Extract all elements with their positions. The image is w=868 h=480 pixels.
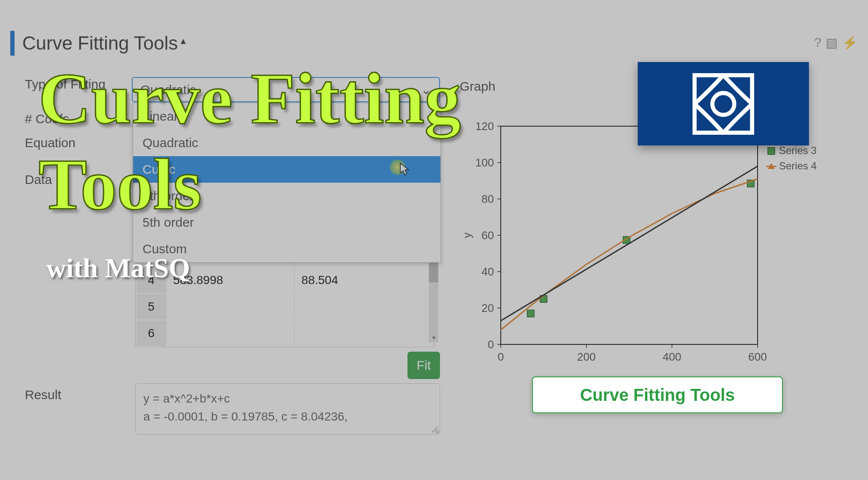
dropdown-item-linear[interactable]: Linear bbox=[133, 103, 440, 130]
svg-line-0 bbox=[432, 427, 438, 433]
cell-x[interactable] bbox=[167, 320, 294, 346]
title-accent bbox=[10, 31, 15, 56]
cell-y[interactable] bbox=[295, 294, 434, 320]
fit-button[interactable]: Fit bbox=[407, 352, 440, 379]
svg-rect-36 bbox=[695, 75, 752, 132]
svg-text:120: 120 bbox=[476, 122, 494, 133]
table-row: 4 583.8998 88.504 bbox=[137, 267, 434, 293]
chart: 0204060801001200200400600ySeries 3Series… bbox=[462, 122, 847, 374]
svg-text:100: 100 bbox=[476, 156, 494, 169]
data-label: Data bbox=[25, 172, 52, 187]
svg-text:0: 0 bbox=[498, 350, 504, 363]
result-label: Result bbox=[25, 388, 61, 402]
svg-text:y: y bbox=[462, 233, 473, 238]
cursor-icon bbox=[399, 162, 410, 176]
svg-rect-32 bbox=[768, 148, 775, 154]
svg-text:40: 40 bbox=[482, 265, 494, 278]
table-row: 5 bbox=[137, 294, 434, 320]
svg-text:600: 600 bbox=[748, 350, 767, 363]
cell-y[interactable]: 88.504 bbox=[295, 267, 434, 293]
dropdown-item-5th[interactable]: 5th order bbox=[133, 209, 440, 236]
coefs-label: # Coefs. bbox=[25, 112, 132, 126]
scrollbar-down-icon[interactable]: ▾ bbox=[429, 333, 438, 342]
svg-text:400: 400 bbox=[663, 350, 681, 363]
page-title: Curve Fitting Tools bbox=[22, 33, 178, 54]
help-icon[interactable]: ? bbox=[814, 35, 821, 50]
svg-rect-28 bbox=[527, 310, 534, 317]
equation-label: Equation bbox=[25, 136, 132, 150]
dropdown-item-4th[interactable]: 4th order bbox=[133, 183, 440, 209]
dropdown-list: Linear Quadratic Cubic 4th order 5th ord… bbox=[133, 103, 441, 263]
chart-icon[interactable]: ▧ bbox=[826, 35, 838, 50]
resize-handle-icon[interactable] bbox=[432, 427, 438, 433]
collapse-caret-icon[interactable]: ▴ bbox=[181, 35, 186, 47]
row-number: 5 bbox=[137, 294, 166, 320]
row-number: 4 bbox=[137, 267, 166, 293]
title-bar: Curve Fitting Tools ▴ bbox=[10, 31, 186, 56]
graph-label: Graph bbox=[460, 79, 495, 94]
select-current-text: Quadratic bbox=[140, 83, 196, 97]
cta-button[interactable]: Curve Fitting Tools bbox=[532, 376, 783, 413]
svg-text:20: 20 bbox=[482, 302, 494, 314]
select-current-value[interactable]: Quadratic ⌄ bbox=[133, 78, 439, 101]
dropdown-item-custom[interactable]: Custom bbox=[133, 236, 440, 262]
dropdown-item-label: Cubic bbox=[143, 162, 175, 176]
result-coefficients: a = -0.0001, b = 0.19785, c = 8.04236, bbox=[143, 408, 432, 426]
result-textarea[interactable]: y = a*x^2+b*x+c a = -0.0001, b = 0.19785… bbox=[135, 383, 440, 435]
cell-y[interactable] bbox=[295, 320, 434, 346]
dropdown-item-quadratic[interactable]: Quadratic bbox=[133, 130, 440, 156]
fitting-type-select[interactable]: Quadratic ⌄ Linear Quadratic Cubic 4th o… bbox=[132, 77, 440, 102]
toolbar-icons: ? ▧ ⚡ bbox=[814, 35, 858, 50]
svg-line-1 bbox=[434, 429, 438, 433]
svg-text:200: 200 bbox=[577, 350, 595, 363]
svg-text:Series 3: Series 3 bbox=[779, 145, 817, 156]
result-equation: y = a*x^2+b*x+c bbox=[143, 390, 432, 408]
svg-text:60: 60 bbox=[482, 229, 494, 242]
cell-x[interactable]: 583.8998 bbox=[167, 267, 294, 293]
svg-point-37 bbox=[712, 93, 734, 115]
cell-x[interactable] bbox=[167, 294, 294, 320]
svg-text:Series 4: Series 4 bbox=[779, 160, 817, 172]
chart-svg: 0204060801001200200400600ySeries 3Series… bbox=[462, 122, 847, 374]
chevron-down-icon: ⌄ bbox=[421, 82, 431, 97]
matsq-logo-icon bbox=[689, 70, 758, 138]
logo-badge bbox=[638, 62, 809, 145]
svg-text:0: 0 bbox=[488, 338, 494, 351]
type-of-fitting-label: Type of Fitting bbox=[25, 77, 132, 92]
plug-icon[interactable]: ⚡ bbox=[842, 35, 858, 50]
table-row: 6 bbox=[137, 320, 434, 346]
dropdown-item-cubic[interactable]: Cubic bbox=[133, 156, 440, 183]
svg-text:80: 80 bbox=[482, 193, 494, 205]
row-number: 6 bbox=[137, 320, 166, 346]
form-area: Type of Fitting Quadratic ⌄ Linear Quadr… bbox=[25, 77, 444, 160]
svg-line-2 bbox=[437, 431, 438, 433]
